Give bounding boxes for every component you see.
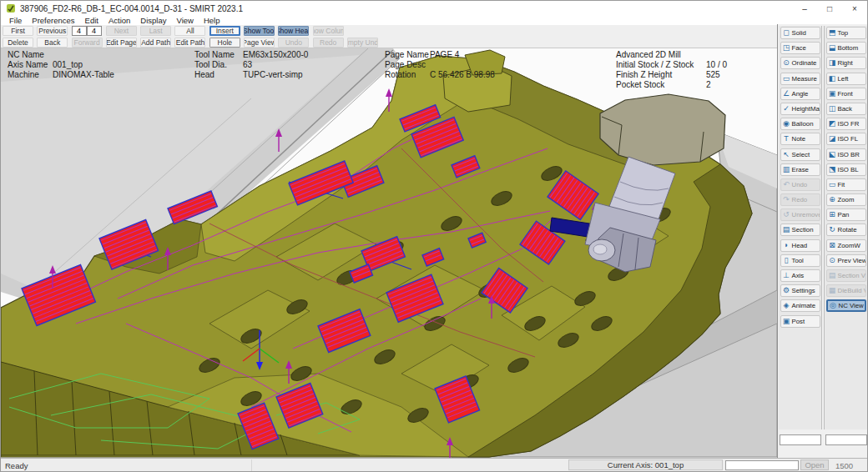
panel-button-animate[interactable]: ◈Animate: [780, 299, 820, 312]
panel-button-head[interactable]: ◗Head: [780, 239, 820, 252]
toolbar-button-show-column[interactable]: Show Column: [313, 26, 344, 36]
sectionv-icon: ▤: [827, 270, 838, 281]
toolbar-button-last[interactable]: Last: [140, 26, 171, 36]
panel-button-redo[interactable]: ↷Redo: [780, 193, 820, 206]
panel-button-solid[interactable]: ◻Solid: [780, 27, 820, 39]
panel-button-iso-bl[interactable]: ⬔ISO BL: [826, 163, 866, 176]
panel-button-label: Section V: [838, 272, 865, 279]
minimize-icon[interactable]: –: [792, 1, 817, 16]
panel-button-note[interactable]: TNote: [780, 133, 820, 145]
panel-button-unremove[interactable]: ↺Unremove: [780, 208, 820, 221]
panel-footer-boxes: [778, 434, 868, 446]
toolbar-row-2: DeleteBackForwardEdit PageAdd PathEdit P…: [3, 38, 381, 48]
zoomw-icon: ⊠: [827, 240, 838, 251]
panel-button-label: Erase: [792, 166, 809, 173]
panel-button-top[interactable]: ⬒Top: [826, 27, 866, 39]
panel-button-back[interactable]: ◫Back: [826, 103, 866, 115]
menu-file[interactable]: File: [4, 16, 27, 25]
panel-button-post[interactable]: ▣Post: [780, 315, 820, 328]
panel-button-bottom[interactable]: ⬓Bottom: [826, 42, 866, 54]
close-icon[interactable]: ×: [842, 1, 867, 16]
menu-view[interactable]: View: [171, 16, 198, 25]
maximize-icon[interactable]: □: [817, 1, 842, 16]
panel-button-label: HeightMark: [792, 105, 820, 113]
panel-button-label: Balloon: [792, 120, 814, 128]
scene-3d: [1, 48, 777, 458]
panel-button-erase[interactable]: ▥Erase: [780, 163, 820, 176]
panel-button-section[interactable]: ▤Section: [780, 223, 820, 236]
toolbar-button-hole[interactable]: Hole: [209, 38, 240, 48]
panel-button-nc-view[interactable]: ◎NC View: [826, 299, 866, 312]
menu-bar: FilePreferencesEditActionDisplayViewHelp: [1, 16, 867, 25]
menu-edit[interactable]: Edit: [80, 16, 103, 25]
toolbar-button-add-path[interactable]: Add Path: [140, 38, 171, 48]
panel-footer-box-left[interactable]: [780, 434, 821, 445]
panel-button-iso-br[interactable]: ⬕ISO BR: [826, 148, 866, 161]
panel-button-balloon[interactable]: ◉Balloon: [780, 118, 820, 130]
panel-footer-box-right[interactable]: [825, 434, 867, 445]
select-icon: ↖: [781, 149, 792, 160]
tool-panel: ◻Solid◳Face⊙Ordinate▭Measure∠Angle✓Heigh…: [779, 26, 822, 429]
panel-button-label: ISO FR: [838, 120, 860, 128]
toolbar-button-page-view[interactable]: Page View: [244, 38, 275, 48]
menu-preferences[interactable]: Preferences: [27, 16, 79, 25]
panel-button-prev-view[interactable]: ⊙Prev View: [826, 254, 866, 267]
prevview-icon: ⊙: [827, 255, 838, 266]
panel-button-front[interactable]: ▣Front: [826, 88, 866, 100]
panel-button-axis[interactable]: ⊥Axis: [780, 269, 820, 282]
panel-button-angle[interactable]: ∠Angle: [780, 88, 820, 100]
toolbar-button-forward[interactable]: Forward: [72, 38, 103, 48]
panel-button-settings[interactable]: ⚙Settings: [780, 284, 820, 297]
panel-button-right[interactable]: ◨Right: [826, 57, 866, 69]
toolbar-button-back[interactable]: Back: [37, 38, 68, 48]
panel-button-label: Left: [838, 75, 849, 83]
panel-button-zoom[interactable]: ⊕Zoom: [826, 193, 866, 206]
toolbar-button-previous[interactable]: Previous: [37, 26, 68, 36]
unremove-icon: ↺: [781, 209, 792, 220]
toolbar-button-edit-path[interactable]: Edit Path: [174, 38, 205, 48]
panel-button-fit[interactable]: ▭Fit: [826, 178, 866, 191]
panel-button-label: ISO BR: [838, 151, 860, 158]
toolbar-button-show-head[interactable]: Show Head: [278, 26, 309, 36]
toolbar-button-show-tool[interactable]: Show Tool: [244, 26, 275, 36]
panel-button-zoomw[interactable]: ⊠ZoomW: [826, 239, 866, 252]
panel-button-label: Right: [838, 59, 853, 67]
open-button[interactable]: Open: [800, 459, 829, 470]
panel-button-iso-fr[interactable]: ◩ISO FR: [826, 118, 866, 130]
toolbar-button-delete[interactable]: Delete: [3, 38, 33, 48]
toolbar: FirstPreviousNextLastAllInsertShow ToolS…: [1, 25, 777, 48]
panel-button-label: Measure: [792, 75, 817, 83]
panel-button-ordinate[interactable]: ⊙Ordinate: [780, 57, 820, 69]
menu-help[interactable]: Help: [199, 16, 225, 25]
page-number-input-2[interactable]: [87, 26, 102, 36]
viewport-3d[interactable]: NC NameAxis Name001_topMachineDINOMAX-Ta…: [1, 48, 777, 458]
status-input[interactable]: [725, 460, 799, 470]
toolbar-button-insert[interactable]: Insert: [209, 26, 240, 36]
panel-button-label: Pan: [838, 211, 850, 218]
panel-button-measure[interactable]: ▭Measure: [780, 73, 820, 85]
panel-button-rotate[interactable]: ↻Rotate: [826, 223, 866, 236]
panel-button-pan[interactable]: ⊞Pan: [826, 208, 866, 221]
status-ready: Ready: [5, 461, 28, 470]
menu-display[interactable]: Display: [135, 16, 171, 25]
toolbar-button-undo[interactable]: Undo: [278, 38, 309, 48]
toolbar-button-all[interactable]: All: [174, 26, 205, 36]
toolbar-button-empty-undo[interactable]: Empty Undo: [347, 38, 378, 48]
ncview-icon: ◎: [828, 300, 839, 311]
panel-button-iso-fl[interactable]: ◪ISO FL: [826, 133, 866, 145]
panel-button-select[interactable]: ↖Select: [780, 148, 820, 161]
panel-button-undo[interactable]: ↶Undo: [780, 178, 820, 191]
toolbar-button-edit-page[interactable]: Edit Page: [106, 38, 137, 48]
panel-button-tool[interactable]: ▯Tool: [780, 254, 820, 267]
panel-button-heightmark[interactable]: ✓HeightMark: [780, 103, 820, 115]
panel-button-face[interactable]: ◳Face: [780, 42, 820, 54]
toolbar-button-first[interactable]: First: [3, 26, 33, 36]
menu-action[interactable]: Action: [103, 16, 135, 25]
toolbar-button-redo[interactable]: Redo: [313, 38, 344, 48]
panel-button-label: Settings: [792, 287, 815, 294]
panel-button-left[interactable]: ◧Left: [826, 73, 866, 85]
toolbar-button-next[interactable]: Next: [106, 26, 137, 36]
panel-button-diebuild-v[interactable]: ▦DieBuild V: [826, 284, 866, 297]
page-number-input-1[interactable]: [72, 26, 87, 36]
panel-button-section-v[interactable]: ▤Section V: [826, 269, 866, 282]
